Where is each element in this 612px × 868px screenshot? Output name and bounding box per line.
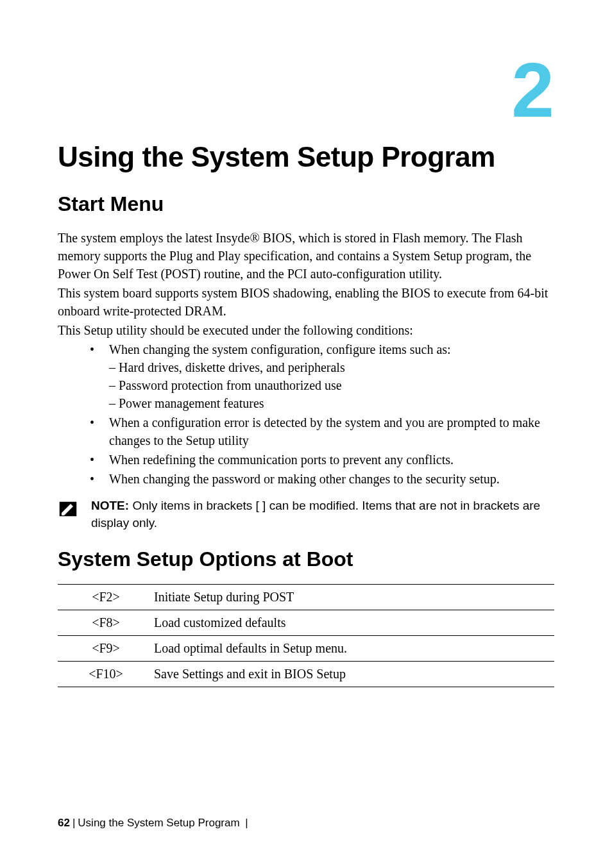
bullet-sub-text: – Password protection from unauthorized …	[109, 376, 554, 394]
page-footer: 62|Using the System Setup Program |	[58, 817, 251, 830]
footer-separator: |	[242, 817, 248, 829]
note-block: NOTE: Only items in brackets [ ] can be …	[58, 497, 554, 531]
chapter-number: 2	[58, 51, 554, 128]
table-row: <F9> Load optimal defaults in Setup menu…	[58, 636, 554, 662]
key-cell: <F8>	[58, 610, 154, 636]
list-item: When redefining the communication ports …	[90, 451, 554, 469]
bullet-text: When a configuration error is detected b…	[109, 415, 540, 447]
desc-cell: Save Settings and exit in BIOS Setup	[154, 662, 554, 687]
boot-options-table: <F2> Initiate Setup during POST <F8> Loa…	[58, 584, 554, 687]
start-menu-para-3: This Setup utility should be executed un…	[58, 321, 554, 339]
section-boot-options-title: System Setup Options at Boot	[58, 547, 554, 571]
bullet-text: When redefining the communication ports …	[109, 453, 454, 467]
key-cell: <F9>	[58, 636, 154, 662]
conditions-list: When changing the system configuration, …	[90, 340, 554, 488]
desc-cell: Load customized defaults	[154, 610, 554, 636]
note-text: NOTE: Only items in brackets [ ] can be …	[91, 497, 554, 531]
bullet-text: When changing the password or making oth…	[109, 472, 500, 486]
desc-cell: Initiate Setup during POST	[154, 585, 554, 610]
start-menu-para-1: The system employs the latest Insyde® BI…	[58, 229, 554, 283]
list-item: When changing the password or making oth…	[90, 470, 554, 488]
start-menu-para-2: This system board supports system BIOS s…	[58, 284, 554, 320]
key-cell: <F2>	[58, 585, 154, 610]
note-body: Only items in brackets [ ] can be modifi…	[91, 499, 540, 530]
footer-separator: |	[72, 817, 75, 829]
pencil-icon	[58, 500, 78, 521]
chapter-title: Using the System Setup Program	[58, 141, 554, 173]
bullet-sub-text: – Power management features	[109, 394, 554, 412]
list-item: When changing the system configuration, …	[90, 340, 554, 412]
desc-cell: Load optimal defaults in Setup menu.	[154, 636, 554, 662]
bullet-text: When changing the system configuration, …	[109, 342, 451, 356]
footer-title: Using the System Setup Program	[78, 817, 239, 829]
table-row: <F2> Initiate Setup during POST	[58, 585, 554, 610]
section-start-menu-title: Start Menu	[58, 192, 554, 216]
table-row: <F10> Save Settings and exit in BIOS Set…	[58, 662, 554, 687]
footer-page-number: 62	[58, 817, 70, 829]
key-cell: <F10>	[58, 662, 154, 687]
list-item: When a configuration error is detected b…	[90, 413, 554, 449]
bullet-sub-text: – Hard drives, diskette drives, and peri…	[109, 358, 554, 376]
table-row: <F8> Load customized defaults	[58, 610, 554, 636]
note-label: NOTE:	[91, 499, 129, 512]
